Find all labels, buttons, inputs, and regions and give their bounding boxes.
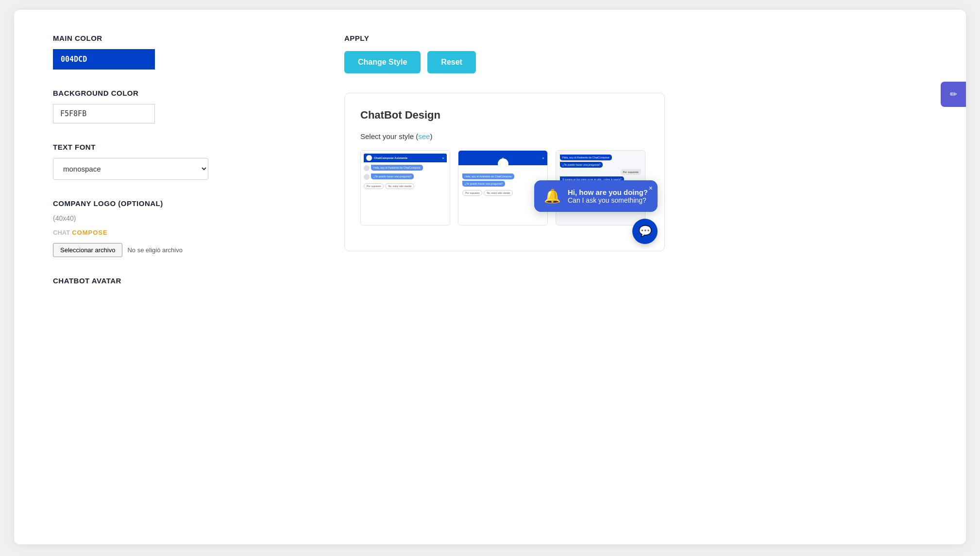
- floating-edit-button[interactable]: ✏: [941, 82, 966, 107]
- notification-line2: Can I ask you something?: [568, 196, 648, 204]
- notification-popup: 🔔 Hi, how are you doing? Can I ask you s…: [534, 180, 658, 212]
- bg-color-input[interactable]: [53, 104, 155, 123]
- bg-color-label: BACKGROUND COLOR: [53, 89, 305, 97]
- see-link[interactable]: see: [418, 132, 430, 140]
- brand-compose-text: COMPOSE: [72, 229, 107, 236]
- brand-compose: CHAT COMPOSE: [53, 229, 305, 236]
- file-input-row: Seleccionar archivo No se eligió archivo: [53, 243, 305, 257]
- chatbot-avatar-label: CHATBOT AVATAR: [53, 277, 305, 285]
- main-color-input[interactable]: [53, 49, 155, 70]
- logo-size-hint: (40x40): [53, 214, 305, 222]
- company-logo-group: COMPANY LOGO (OPTIONAL) (40x40) CHAT COM…: [53, 199, 305, 257]
- chatbot-avatar-group: CHATBOT AVATAR: [53, 277, 305, 285]
- style-1-content: ChatCompose Asistente × Hola, soy el Asi…: [361, 151, 450, 225]
- notification-close-button[interactable]: ×: [649, 184, 653, 192]
- brand-chat-text: CHAT: [53, 229, 70, 236]
- main-color-group: MAIN COLOR: [53, 34, 305, 70]
- style-1-preview[interactable]: ChatCompose Asistente × Hola, soy el Asi…: [360, 150, 450, 226]
- notification-text: Hi, how are you doing? Can I ask you som…: [568, 188, 648, 204]
- change-style-button[interactable]: Change Style: [344, 51, 421, 73]
- left-panel: MAIN COLOR BACKGROUND COLOR TEXT FONT mo…: [53, 34, 305, 304]
- edit-icon: ✏: [950, 89, 957, 100]
- select-file-button[interactable]: Seleccionar archivo: [53, 243, 122, 257]
- text-font-group: TEXT FONT monospace sans-serif serif Ari…: [53, 143, 305, 180]
- select-style-row: Select your style (see): [360, 132, 649, 140]
- chatbot-design-title: ChatBot Design: [360, 109, 649, 122]
- reset-button[interactable]: Reset: [427, 51, 476, 73]
- button-row: Change Style Reset: [344, 51, 927, 73]
- no-file-label: No se eligió archivo: [127, 246, 182, 254]
- notification-bell-icon: 🔔: [544, 188, 561, 204]
- right-panel: APPLY Change Style Reset ChatBot Design …: [344, 34, 927, 304]
- text-font-label: TEXT FONT: [53, 143, 305, 151]
- chatbot-design-card: ChatBot Design Select your style (see) C…: [344, 93, 665, 251]
- main-container: ✏ MAIN COLOR BACKGROUND COLOR TEXT FONT …: [14, 10, 966, 544]
- apply-section: APPLY Change Style Reset: [344, 34, 927, 73]
- font-select[interactable]: monospace sans-serif serif Arial Roboto: [53, 158, 208, 180]
- notification-line1: Hi, how are you doing?: [568, 188, 648, 196]
- bg-color-group: BACKGROUND COLOR: [53, 89, 305, 123]
- chat-bubble-button[interactable]: 💬: [632, 219, 658, 244]
- chat-bubble-icon: 💬: [639, 225, 652, 238]
- company-logo-label: COMPANY LOGO (OPTIONAL): [53, 199, 305, 208]
- apply-label: APPLY: [344, 34, 927, 42]
- main-color-label: MAIN COLOR: [53, 34, 305, 42]
